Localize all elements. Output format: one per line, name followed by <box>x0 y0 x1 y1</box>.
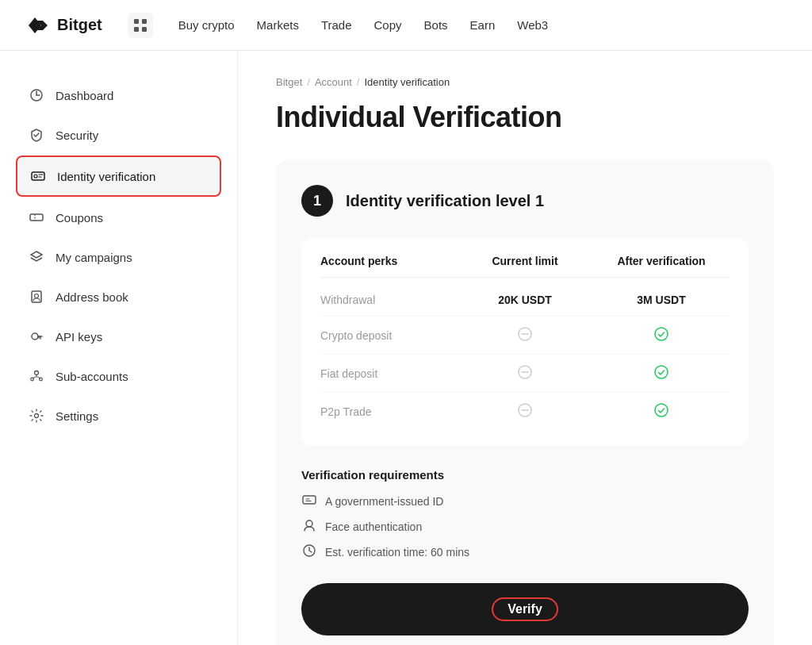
coupons-icon <box>29 209 44 225</box>
sidebar-item-settings[interactable]: Settings <box>16 397 221 435</box>
verify-button[interactable]: Verify <box>301 583 749 635</box>
sidebar-label-campaigns: My campaigns <box>56 251 132 264</box>
perks-current-p2p <box>457 402 593 420</box>
breadcrumb: Bitget / Account / Identity verification <box>276 76 774 88</box>
sidebar-item-sub-accounts[interactable]: Sub-accounts <box>16 357 221 395</box>
svg-point-34 <box>306 520 312 527</box>
perks-row-fiat: Fiat deposit <box>320 354 730 392</box>
breadcrumb-sep-2: / <box>357 76 360 88</box>
svg-point-18 <box>35 371 39 375</box>
nav-bots[interactable]: Bots <box>424 18 448 32</box>
perks-col1-header: Account perks <box>320 255 457 267</box>
breadcrumb-current: Identity verification <box>364 76 450 88</box>
level-badge: 1 <box>301 185 333 217</box>
sidebar-item-identity-verification[interactable]: Identity verification <box>16 155 221 197</box>
req-label-id: A government-issued ID <box>325 495 443 508</box>
perks-col3-header: After verification <box>593 255 730 267</box>
logo-text: Bitget <box>57 16 102 34</box>
perks-col2-header: Current limit <box>457 255 593 267</box>
nav-trade[interactable]: Trade <box>321 18 352 32</box>
svg-rect-1 <box>142 19 147 24</box>
sidebar-label-sub-accounts: Sub-accounts <box>56 370 128 383</box>
enabled-icon-p2p <box>653 402 669 418</box>
perks-row-p2p: P2p Trade <box>320 392 730 430</box>
requirements-title: Verification requirements <box>301 468 749 482</box>
sub-accounts-icon <box>29 368 44 384</box>
req-item-id: A government-issued ID <box>301 493 749 510</box>
perks-row-crypto: Crypto deposit <box>320 316 730 354</box>
logo[interactable]: Bitget <box>25 13 102 38</box>
disabled-icon-fiat <box>517 364 533 380</box>
nav-buy-crypto[interactable]: Buy crypto <box>178 18 235 32</box>
settings-icon <box>29 408 44 424</box>
sidebar-item-security[interactable]: Security <box>16 116 221 154</box>
req-label-face: Face authentication <box>325 520 422 533</box>
breadcrumb-bitget[interactable]: Bitget <box>276 76 302 88</box>
sidebar-item-address-book[interactable]: Address book <box>16 278 221 316</box>
req-item-face: Face authentication <box>301 518 749 536</box>
grid-icon[interactable] <box>128 13 153 38</box>
clock-icon <box>301 543 317 561</box>
sidebar-item-my-campaigns[interactable]: My campaigns <box>16 238 221 276</box>
campaigns-icon <box>29 249 44 265</box>
perks-label-withdrawal: Withdrawal <box>320 294 457 306</box>
enabled-icon-crypto <box>653 326 669 342</box>
perks-label-crypto: Crypto deposit <box>320 329 457 342</box>
sidebar-label-address-book: Address book <box>56 290 128 304</box>
perks-label-p2p: P2p Trade <box>320 405 457 418</box>
perks-label-fiat: Fiat deposit <box>320 367 457 380</box>
svg-rect-2 <box>134 27 139 32</box>
face-icon <box>301 518 317 536</box>
sidebar-label-security: Security <box>56 129 98 142</box>
enabled-icon-fiat <box>653 364 669 380</box>
disabled-icon-crypto <box>517 326 533 342</box>
sidebar-label-identity: Identity verification <box>57 170 155 183</box>
dashboard-icon <box>29 87 44 103</box>
page-title: Individual Verification <box>276 101 774 134</box>
nav-web3[interactable]: Web3 <box>517 18 548 32</box>
nav-earn[interactable]: Earn <box>470 18 496 32</box>
requirements-section: Verification requirements A government-i… <box>301 468 749 561</box>
main-content: Bitget / Account / Identity verification… <box>238 51 812 645</box>
main-nav: Buy crypto Markets Trade Copy Bots Earn … <box>178 18 787 32</box>
sidebar-item-api-keys[interactable]: API keys <box>16 317 221 355</box>
header: Bitget Buy crypto Markets Trade Copy Bot… <box>0 0 812 51</box>
disabled-icon-p2p <box>517 402 533 418</box>
perks-after-fiat <box>593 364 730 382</box>
breadcrumb-account[interactable]: Account <box>315 76 352 88</box>
perks-current-fiat <box>457 364 593 382</box>
svg-rect-31 <box>303 496 316 504</box>
sidebar-label-dashboard: Dashboard <box>56 89 113 102</box>
breadcrumb-sep-1: / <box>307 76 310 88</box>
svg-point-24 <box>655 328 668 340</box>
address-book-icon <box>29 289 44 305</box>
svg-point-8 <box>34 175 37 178</box>
sidebar: Dashboard Security Identity verificati <box>0 51 238 645</box>
svg-rect-3 <box>142 27 147 32</box>
card-title: Identity verification level 1 <box>346 192 544 210</box>
sidebar-label-settings: Settings <box>56 409 98 423</box>
id-icon <box>301 493 317 510</box>
req-item-time: Est. verification time: 60 mins <box>301 543 749 561</box>
req-label-time: Est. verification time: 60 mins <box>325 546 469 559</box>
nav-markets[interactable]: Markets <box>257 18 299 32</box>
verify-button-label: Verify <box>492 597 558 621</box>
perks-current-withdrawal: 20K USDT <box>457 294 593 306</box>
identity-icon <box>30 168 46 184</box>
perks-header: Account perks Current limit After verifi… <box>320 255 730 278</box>
svg-point-30 <box>655 404 668 417</box>
svg-point-21 <box>35 414 39 418</box>
nav-copy[interactable]: Copy <box>374 18 402 32</box>
sidebar-item-dashboard[interactable]: Dashboard <box>16 76 221 114</box>
sidebar-item-coupons[interactable]: Coupons <box>16 198 221 236</box>
perks-after-p2p <box>593 402 730 420</box>
svg-point-27 <box>655 366 668 378</box>
verification-card: 1 Identity verification level 1 Account … <box>276 159 774 645</box>
perks-table: Account perks Current limit After verifi… <box>301 239 749 446</box>
svg-rect-11 <box>30 214 43 221</box>
sidebar-label-api-keys: API keys <box>56 330 102 344</box>
card-header: 1 Identity verification level 1 <box>301 185 749 217</box>
security-icon <box>29 127 44 143</box>
sidebar-label-coupons: Coupons <box>56 211 103 225</box>
api-keys-icon <box>29 328 44 344</box>
